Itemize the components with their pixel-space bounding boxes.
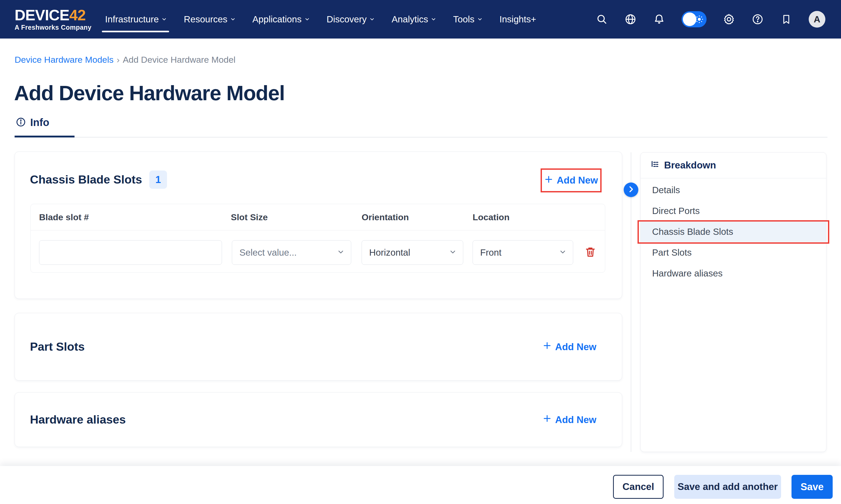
breakdown-item-chassis-blade-slots[interactable]: Chassis Blade Slots	[641, 221, 826, 242]
breakdown-tree-icon	[650, 160, 660, 171]
chevron-down-icon	[304, 16, 310, 22]
chassis-heading-row: Chassis Blade Slots 1	[30, 170, 167, 189]
hardware-aliases-card: Hardware aliases Add New	[15, 392, 622, 447]
breakdown-title: Breakdown	[664, 160, 716, 171]
part-slots-add-new-button[interactable]: Add New	[543, 341, 596, 353]
chevron-down-icon	[431, 16, 436, 22]
chassis-add-new-button[interactable]: Add New	[544, 175, 598, 186]
breakdown-item-direct-ports[interactable]: Direct Ports	[641, 200, 826, 221]
column-orientation: Orientation	[362, 204, 409, 230]
breakdown-item-hardware-aliases[interactable]: Hardware aliases	[641, 263, 826, 284]
nav-item-applications[interactable]: Applications	[252, 14, 310, 24]
orientation-value: Horizontal	[369, 247, 410, 258]
blade-slots-table: Blade slot # Slot Size Orientation Locat…	[31, 204, 605, 273]
tab-info[interactable]: Info	[16, 116, 49, 128]
breakdown-panel: Breakdown Details Direct Ports Chassis B…	[641, 152, 826, 452]
location-select[interactable]: Front	[473, 240, 573, 265]
brand-text: DEVIC	[15, 7, 59, 23]
panel-divider	[631, 152, 631, 452]
navbar-actions: A	[596, 11, 825, 28]
page-title: Add Device Hardware Model	[14, 81, 284, 105]
nav-item-insights[interactable]: Insights+	[500, 14, 536, 24]
tab-active-indicator	[15, 136, 74, 138]
action-footer: Cancel Save and add another Save	[0, 466, 841, 504]
chevron-down-icon	[369, 16, 375, 22]
chevron-down-icon	[559, 248, 567, 257]
bell-icon[interactable]	[653, 13, 665, 25]
nav-item-resources[interactable]: Resources	[184, 14, 235, 24]
tab-divider	[15, 137, 827, 138]
chevron-down-icon	[230, 16, 236, 22]
device42-wordmark: DEVICE42	[15, 7, 91, 23]
breakdown-item-details[interactable]: Details	[641, 180, 826, 200]
bookmark-icon[interactable]	[780, 13, 792, 25]
breakdown-item-part-slots[interactable]: Part Slots	[641, 242, 826, 263]
device42-logo[interactable]: DEVICE42 A Freshworks Company	[15, 7, 91, 31]
chevron-down-icon	[477, 16, 483, 22]
column-slot-size: Slot Size	[231, 204, 268, 230]
chassis-count-badge: 1	[149, 170, 167, 189]
nav-item-analytics[interactable]: Analytics	[391, 14, 436, 24]
main-menu: Infrastructure Resources Applications Di…	[105, 14, 536, 24]
part-slots-title: Part Slots	[30, 340, 85, 354]
info-icon	[16, 117, 26, 128]
top-navbar: DEVICE42 A Freshworks Company Infrastruc…	[0, 0, 841, 38]
search-icon[interactable]	[596, 13, 608, 25]
avatar[interactable]: A	[809, 11, 825, 28]
plus-icon	[543, 341, 551, 353]
slot-size-placeholder: Select value...	[240, 247, 297, 258]
plus-icon	[544, 175, 553, 186]
brand-tagline: A Freshworks Company	[15, 24, 91, 31]
column-blade-slot: Blade slot #	[39, 204, 89, 230]
globe-icon[interactable]	[624, 13, 637, 25]
blade-slot-input[interactable]	[39, 240, 222, 265]
blade-slots-table-header: Blade slot # Slot Size Orientation Locat…	[31, 204, 605, 230]
hardware-aliases-title: Hardware aliases	[30, 413, 126, 427]
save-button[interactable]: Save	[791, 475, 833, 499]
nav-item-tools[interactable]: Tools	[453, 14, 483, 24]
tab-info-label: Info	[30, 116, 49, 128]
help-icon[interactable]	[751, 13, 764, 25]
chevron-down-icon	[337, 248, 345, 257]
chevron-down-icon	[161, 16, 167, 22]
nav-item-infrastructure[interactable]: Infrastructure	[105, 14, 167, 24]
chassis-section-title: Chassis Blade Slots	[30, 173, 142, 186]
avatar-initial: A	[813, 14, 820, 24]
breadcrumb: Device Hardware Models › Add Device Hard…	[15, 55, 235, 65]
chevron-down-icon	[449, 248, 457, 257]
sun-icon	[694, 14, 704, 25]
nav-item-discovery[interactable]: Discovery	[327, 14, 375, 24]
plus-icon	[543, 414, 551, 426]
delete-row-button[interactable]	[583, 245, 598, 260]
brand-42: 42	[69, 7, 86, 23]
breakdown-header: Breakdown	[641, 152, 826, 178]
location-value: Front	[480, 247, 502, 258]
add-new-annotation-box: Add New	[541, 168, 601, 192]
chassis-blade-slots-card: Chassis Blade Slots 1 Add New Blade slot…	[15, 151, 622, 299]
theme-toggle[interactable]	[682, 11, 706, 27]
trash-icon	[584, 246, 597, 259]
cancel-button[interactable]: Cancel	[613, 475, 664, 499]
column-location: Location	[473, 204, 510, 230]
slot-size-select[interactable]: Select value...	[232, 240, 351, 265]
save-and-add-another-button[interactable]: Save and add another	[674, 475, 781, 499]
page: DEVICE42 A Freshworks Company Infrastruc…	[0, 0, 841, 504]
gear-icon[interactable]	[723, 13, 735, 25]
chevron-right-icon	[627, 185, 635, 195]
hardware-aliases-add-new-button[interactable]: Add New	[543, 414, 596, 426]
breadcrumb-link[interactable]: Device Hardware Models	[15, 55, 113, 65]
collapse-panel-button[interactable]	[624, 182, 638, 197]
breadcrumb-current: Add Device Hardware Model	[123, 55, 235, 65]
orientation-select[interactable]: Horizontal	[362, 240, 463, 265]
part-slots-card: Part Slots Add New	[15, 313, 622, 381]
breadcrumb-separator: ›	[117, 55, 120, 65]
